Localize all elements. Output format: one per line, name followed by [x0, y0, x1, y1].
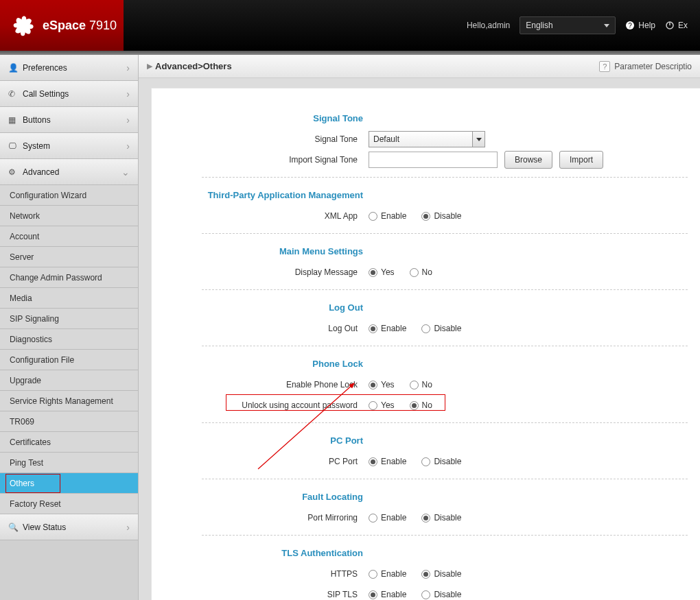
phone-lock-no[interactable]: No [410, 380, 432, 389]
unlock-pwd-no[interactable]: No [410, 400, 432, 410]
xml-app-disable[interactable]: Disable [421, 211, 461, 221]
sidebar-item-factory-reset[interactable]: Factory Reset [0, 494, 138, 514]
language-select[interactable]: English [520, 16, 616, 34]
unlock-pwd-yes[interactable]: Yes [369, 400, 395, 410]
greeting-text: Hello,admin [467, 21, 510, 30]
xml-app-enable[interactable]: Enable [369, 211, 406, 221]
label-import-signal-tone: Import Signal Tone [164, 155, 363, 165]
display-message-yes[interactable]: Yes [369, 267, 395, 277]
import-signal-tone-input[interactable] [369, 152, 498, 168]
phone-lock-yes[interactable]: Yes [369, 380, 395, 389]
section-title-fault: Fault Locating [164, 486, 363, 507]
sidebar-item-diagnostics[interactable]: Diagnostics [0, 329, 138, 350]
section-title-signal-tone: Signal Tone [164, 108, 363, 129]
gear-icon: ⚙ [8, 167, 18, 177]
sip-tls-disable[interactable]: Disable [421, 590, 461, 599]
label-port-mirroring: Port Mirroring [164, 513, 363, 523]
parameter-description-link[interactable]: ? Parameter Descriptio [599, 61, 692, 72]
exit-link[interactable]: Ex [665, 21, 688, 30]
question-icon: ? [599, 61, 610, 72]
help-link[interactable]: ? Help [625, 21, 655, 30]
port-mirroring-disable[interactable]: Disable [421, 513, 461, 523]
header-bar: eSpace 7910 Hello,admin English ? Help E… [0, 0, 700, 51]
power-icon [665, 21, 675, 30]
magnifier-icon: 🔍 [8, 523, 18, 532]
sidebar-item-srm[interactable]: Service Rights Management [0, 391, 138, 411]
product-name: eSpace 7910 [43, 19, 117, 33]
sidebar-item-sip[interactable]: SIP Signaling [0, 309, 138, 329]
sidebar-item-tr069[interactable]: TR069 [0, 411, 138, 432]
nav-call-settings[interactable]: ✆Call Settings› [0, 81, 138, 107]
label-logout: Log Out [164, 324, 363, 333]
breadcrumb-text: Advanced>Others [155, 61, 232, 71]
sidebar-item-upgrade[interactable]: Upgrade [0, 370, 138, 391]
sidebar-item-change-pwd[interactable]: Change Admin Password [0, 267, 138, 288]
sidebar-item-config-file[interactable]: Configuration File [0, 350, 138, 370]
sidebar: 👤Preferences› ✆Call Settings› ▦Buttons› … [0, 55, 139, 600]
help-icon: ? [625, 21, 635, 30]
label-enable-phone-lock: Enable Phone Lock [164, 380, 363, 389]
sidebar-item-certs[interactable]: Certificates [0, 432, 138, 453]
label-signal-tone: Signal Tone [164, 134, 363, 144]
nav-advanced[interactable]: ⚙Advanced⌄ [0, 159, 138, 185]
import-button[interactable]: Import [559, 151, 603, 169]
sidebar-item-network[interactable]: Network [0, 206, 138, 226]
label-https: HTTPS [164, 569, 363, 579]
label-display-message: Display Message [164, 267, 363, 277]
pc-port-enable[interactable]: Enable [369, 457, 406, 466]
nav-system[interactable]: 🖵System› [0, 133, 138, 159]
sidebar-item-others[interactable]: Others [0, 473, 138, 494]
logout-disable[interactable]: Disable [421, 324, 461, 333]
monitor-icon: 🖵 [8, 141, 18, 151]
section-title-phone-lock: Phone Lock [164, 353, 363, 374]
grid-icon: ▦ [8, 115, 18, 125]
signal-tone-select[interactable]: Default [369, 131, 485, 147]
nav-buttons[interactable]: ▦Buttons› [0, 107, 138, 133]
logo-icon [12, 14, 36, 37]
display-message-no[interactable]: No [410, 267, 432, 277]
label-pc-port: PC Port [164, 457, 363, 466]
sidebar-item-ping[interactable]: Ping Test [0, 453, 138, 473]
section-title-main-menu: Main Menu Settings [164, 241, 363, 262]
label-unlock-account-pwd: Unlock using account password [164, 400, 363, 410]
label-sip-tls: SIP TLS [164, 590, 363, 599]
person-icon: 👤 [8, 63, 18, 73]
browse-button[interactable]: Browse [504, 151, 552, 169]
section-title-logout: Log Out [164, 297, 363, 318]
section-title-tls: TLS Authentication [164, 542, 363, 564]
https-enable[interactable]: Enable [369, 569, 406, 579]
label-xml-app: XML App [164, 211, 363, 221]
nav-preferences[interactable]: 👤Preferences› [0, 55, 138, 81]
https-disable[interactable]: Disable [421, 569, 461, 579]
nav-view-status[interactable]: 🔍View Status› [0, 514, 138, 540]
port-mirroring-enable[interactable]: Enable [369, 513, 406, 523]
sidebar-item-media[interactable]: Media [0, 288, 138, 309]
sip-tls-enable[interactable]: Enable [369, 590, 406, 599]
sidebar-item-account[interactable]: Account [0, 226, 138, 247]
logout-enable[interactable]: Enable [369, 324, 406, 333]
sidebar-item-server[interactable]: Server [0, 247, 138, 267]
triangle-icon: ▶ [147, 62, 152, 71]
section-title-third-party: Third-Party Application Management [164, 184, 363, 206]
phone-icon: ✆ [8, 89, 18, 99]
sidebar-item-config-wizard[interactable]: Configuration Wizard [0, 185, 138, 206]
pc-port-disable[interactable]: Disable [421, 457, 461, 466]
section-title-pc-port: PC Port [164, 430, 363, 451]
svg-text:?: ? [629, 22, 633, 29]
breadcrumb-bar: ▶ Advanced>Others ? Parameter Descriptio [139, 55, 700, 78]
